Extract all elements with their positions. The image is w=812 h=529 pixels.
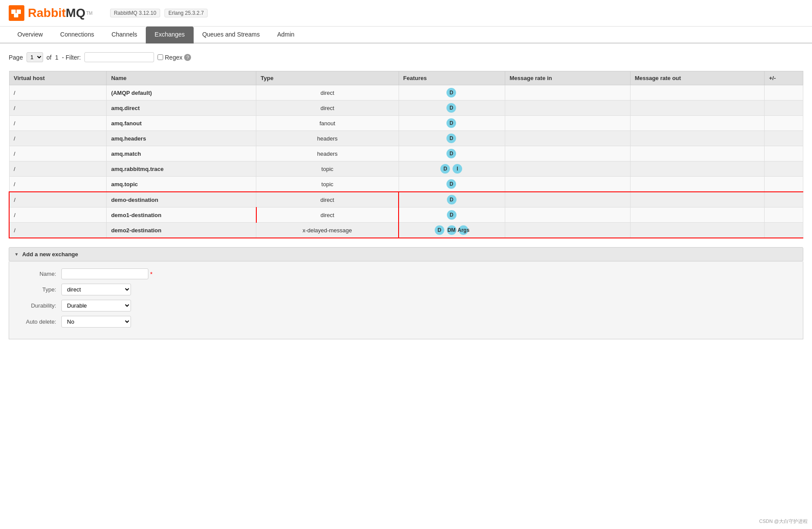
name-input[interactable] [61,268,148,279]
cell-rate-out [630,208,765,223]
cell-features: D [399,146,505,161]
cell-plusminus [765,146,803,161]
table-row: / amq.topic topic D [9,177,803,192]
cell-plusminus [765,85,803,100]
nav-connections[interactable]: Connections [51,27,103,44]
cell-type: x-delayed-message [256,223,399,238]
cell-name[interactable]: amq.direct [107,100,256,116]
cell-rate-in [505,223,631,238]
col-features: Features [399,71,505,85]
cell-plusminus [765,100,803,116]
erlang-version: Erlang 25.3.2.7 [164,9,208,17]
cell-name[interactable]: demo-destination [107,192,256,208]
table-row: / amq.direct direct D [9,100,803,116]
page-label: Page [9,54,23,61]
of-value: 1 [55,54,58,61]
cell-features: D [399,85,505,100]
cell-rate-in [505,146,631,161]
feature-d: D [446,118,456,128]
cell-vhost: / [9,161,107,177]
logo-tm: TM [86,11,92,16]
cell-plusminus [765,208,803,223]
table-row: / amq.fanout fanout D [9,116,803,131]
feature-i: I [453,164,462,174]
cell-plusminus [765,223,803,238]
exchanges-table: Virtual host Name Type Features Message … [9,71,803,238]
cell-rate-out [630,192,765,208]
col-rate-in: Message rate in [505,71,631,85]
cell-name[interactable]: amq.rabbitmq.trace [107,161,256,177]
logo: RabbitMQ TM [9,5,93,21]
col-type: Type [256,71,399,85]
add-exchange-form: Name: * Type: direct fanout headers topi… [9,261,803,339]
cell-rate-in [505,192,631,208]
required-marker: * [150,271,152,278]
cell-name[interactable]: demo2-destination [107,223,256,238]
cell-rate-out [630,177,765,192]
cell-rate-out [630,116,765,131]
table-row: / amq.headers headers D [9,131,803,146]
of-label: of [47,54,52,61]
cell-name[interactable]: amq.topic [107,177,256,192]
cell-rate-in [505,100,631,116]
header: RabbitMQ TM RabbitMQ 3.12.10 Erlang 25.3… [0,0,812,27]
cell-rate-in [505,161,631,177]
regex-label: Regex [165,54,182,61]
durability-select[interactable]: Durable Transient [61,300,131,311]
nav-overview[interactable]: Overview [9,27,51,44]
cell-vhost: / [9,85,107,100]
page-select[interactable]: 1 [27,52,43,62]
cell-vhost: / [9,146,107,161]
cell-vhost: / [9,131,107,146]
nav-channels[interactable]: Channels [103,27,146,44]
cell-rate-out [630,85,765,100]
cell-plusminus [765,177,803,192]
table-row-demo1: / demo1-destination direct D [9,208,803,223]
cell-vhost: / [9,192,107,208]
cell-features: D DM Args [399,223,505,238]
type-select[interactable]: direct fanout headers topic x-delayed-me… [61,284,131,295]
table-row: / amq.match headers D [9,146,803,161]
auto-delete-select[interactable]: No Yes [61,316,131,328]
cell-type: direct [256,208,399,223]
type-label: Type: [18,286,61,293]
collapse-icon: ▼ [14,252,19,257]
add-exchange-toggle[interactable]: ▼ Add a new exchange [9,247,803,261]
main-nav: Overview Connections Channels Exchanges … [0,27,812,44]
cell-rate-out [630,161,765,177]
filter-input[interactable] [84,52,154,62]
cell-type: fanout [256,116,399,131]
cell-name[interactable]: amq.headers [107,131,256,146]
svg-rect-2 [14,13,18,17]
cell-name[interactable]: (AMQP default) [107,85,256,100]
cell-name[interactable]: demo1-destination [107,208,256,223]
feature-d: D [446,134,456,143]
feature-d: D [446,179,456,189]
regex-checkbox[interactable] [158,54,163,60]
cell-features: D I [399,161,505,177]
filter-label: - Filter: [62,54,81,61]
cell-vhost: / [9,208,107,223]
cell-rate-out [630,146,765,161]
regex-help-icon[interactable]: ? [184,54,191,61]
col-vhost: Virtual host [9,71,107,85]
cell-plusminus [765,192,803,208]
col-rate-out: Message rate out [630,71,765,85]
table-header-row: Virtual host Name Type Features Message … [9,71,803,85]
feature-d: D [446,103,456,113]
logo-text: RabbitMQ [28,6,85,20]
cell-rate-out [630,223,765,238]
nav-admin[interactable]: Admin [268,27,303,44]
cell-vhost: / [9,223,107,238]
nav-queues-streams[interactable]: Queues and Streams [194,27,268,44]
cell-name[interactable]: amq.fanout [107,116,256,131]
cell-name[interactable]: amq.match [107,146,256,161]
nav-exchanges[interactable]: Exchanges [146,27,193,44]
version-info: RabbitMQ 3.12.10 Erlang 25.3.2.7 [110,9,208,17]
add-exchange-label: Add a new exchange [22,251,78,258]
cell-rate-out [630,131,765,146]
cell-vhost: / [9,100,107,116]
cell-rate-out [630,100,765,116]
cell-features: D [399,131,505,146]
cell-type: headers [256,146,399,161]
